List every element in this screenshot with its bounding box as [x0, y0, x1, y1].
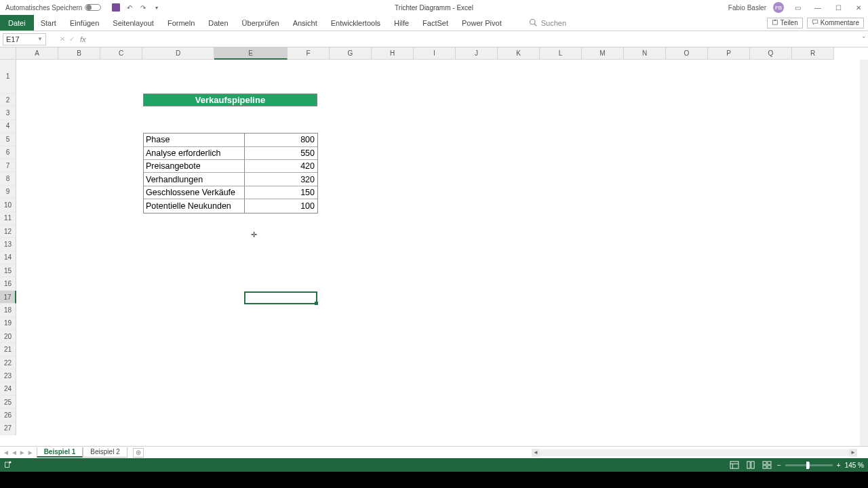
active-cell[interactable] — [244, 291, 317, 304]
horizontal-scrollbar[interactable]: ◄ ► — [532, 449, 857, 457]
table-title[interactable]: Verkaufspipeline — [143, 94, 317, 106]
column-header[interactable]: G — [330, 47, 372, 60]
tab-einfügen[interactable]: Einfügen — [63, 19, 106, 27]
column-header[interactable]: O — [666, 47, 708, 60]
table-cell-value[interactable]: 320 — [245, 173, 317, 186]
zoom-in-icon[interactable]: + — [837, 462, 841, 469]
sheet-nav-arrow[interactable]: ◄ — [11, 449, 18, 456]
tab-seitenlayout[interactable]: Seitenlayout — [106, 19, 161, 27]
sheet-nav-arrow[interactable]: ► — [27, 449, 34, 456]
user-name[interactable]: Fabio Basler — [728, 4, 766, 12]
row-header[interactable]: 14 — [0, 251, 16, 264]
column-header[interactable]: E — [214, 47, 288, 60]
namebox-dropdown-icon[interactable]: ▼ — [37, 36, 43, 42]
select-all-button[interactable] — [0, 47, 16, 60]
row-header[interactable]: 15 — [0, 264, 16, 277]
share-button[interactable]: Teilen — [767, 18, 803, 28]
zoom-slider[interactable] — [785, 464, 833, 466]
table-cell-label[interactable]: Analyse erforderlich — [144, 147, 245, 160]
zoom-level[interactable]: 145 % — [845, 462, 864, 469]
sheet-nav-arrow[interactable]: ► — [19, 449, 26, 456]
normal-view-icon[interactable] — [728, 460, 741, 470]
redo-icon[interactable]: ↷ — [139, 3, 147, 12]
table-cell-value[interactable]: 800 — [245, 134, 317, 146]
row-header[interactable]: 25 — [0, 396, 16, 409]
add-sheet-button[interactable]: ⊕ — [133, 448, 144, 458]
tab-power pivot[interactable]: Power Pivot — [455, 19, 509, 27]
formula-collapse-icon[interactable]: ⌄ — [861, 33, 867, 39]
table-cell-value[interactable]: 550 — [245, 147, 317, 160]
row-header[interactable]: 8 — [0, 172, 16, 185]
column-header[interactable]: C — [100, 47, 142, 60]
row-header[interactable]: 4 — [0, 120, 16, 133]
row-header[interactable]: 7 — [0, 159, 16, 172]
column-header[interactable]: R — [792, 47, 834, 60]
close-icon[interactable]: ✕ — [852, 2, 865, 13]
row-header[interactable]: 18 — [0, 304, 16, 317]
comments-button[interactable]: Kommentare — [807, 18, 864, 28]
table-cell-value[interactable]: 150 — [245, 186, 317, 199]
user-avatar[interactable]: FB — [773, 2, 784, 13]
tab-factset[interactable]: FactSet — [416, 19, 455, 27]
row-header[interactable]: 12 — [0, 225, 16, 238]
search-box[interactable]: Suchen — [529, 18, 566, 28]
minimize-icon[interactable]: — — [811, 2, 825, 13]
record-macro-icon[interactable] — [4, 460, 12, 470]
row-header[interactable]: 22 — [0, 357, 16, 369]
column-header[interactable]: Q — [750, 47, 792, 60]
sheet-tab[interactable]: Beispiel 1 — [37, 447, 83, 458]
tab-ansicht[interactable]: Ansicht — [286, 19, 324, 27]
tab-überprüfen[interactable]: Überprüfen — [235, 19, 286, 27]
scroll-left-icon[interactable]: ◄ — [532, 449, 540, 457]
column-header[interactable]: J — [456, 47, 498, 60]
tab-daten[interactable]: Daten — [201, 19, 235, 27]
formula-input[interactable] — [90, 33, 868, 45]
column-header[interactable]: M — [582, 47, 624, 60]
column-header[interactable]: K — [498, 47, 540, 60]
zoom-out-icon[interactable]: − — [777, 462, 781, 469]
data-table[interactable]: Phase800Analyse erforderlich550Preisange… — [143, 133, 318, 213]
row-header[interactable]: 13 — [0, 238, 16, 251]
row-header[interactable]: 21 — [0, 343, 16, 356]
table-row[interactable]: Verhandlungen320 — [144, 173, 317, 186]
row-header[interactable]: 9 — [0, 186, 16, 199]
table-row[interactable]: Preisangebote420 — [144, 160, 317, 173]
table-cell-label[interactable]: Potentielle Neukunden — [144, 199, 245, 212]
table-row[interactable]: Phase800 — [144, 134, 317, 146]
row-header[interactable]: 3 — [0, 106, 16, 119]
table-row[interactable]: Analyse erforderlich550 — [144, 147, 317, 160]
autosave-toggle[interactable]: Automatisches Speichern — [5, 4, 101, 12]
row-header[interactable]: 17 — [0, 291, 16, 304]
scroll-right-icon[interactable]: ► — [849, 449, 857, 457]
save-icon[interactable] — [112, 3, 120, 12]
tab-file[interactable]: Datei — [0, 15, 34, 30]
row-header[interactable]: 10 — [0, 199, 16, 211]
table-cell-label[interactable]: Phase — [144, 134, 245, 146]
maximize-icon[interactable]: ☐ — [831, 2, 845, 13]
row-header[interactable]: 16 — [0, 277, 16, 290]
page-break-view-icon[interactable] — [761, 460, 773, 470]
table-row[interactable]: Potentielle Neukunden100 — [144, 199, 317, 212]
table-cell-value[interactable]: 100 — [245, 199, 317, 212]
row-header[interactable]: 20 — [0, 330, 16, 343]
undo-icon[interactable]: ↶ — [125, 3, 134, 12]
sheet-nav-arrow[interactable]: ◄ — [3, 449, 9, 456]
name-box[interactable]: E17 ▼ — [3, 33, 46, 45]
row-header[interactable]: 2 — [0, 94, 16, 106]
row-header[interactable]: 26 — [0, 409, 16, 422]
table-cell-label[interactable]: Verhandlungen — [144, 173, 245, 186]
table-cell-label[interactable]: Geschlossene Verkäufe — [144, 186, 245, 199]
table-row[interactable]: Geschlossene Verkäufe150 — [144, 186, 317, 199]
ribbon-display-icon[interactable]: ▭ — [791, 2, 804, 13]
spreadsheet-grid[interactable]: ABCDEFGHIJKLMNOPQR 123456789101112131415… — [0, 47, 868, 446]
row-header[interactable]: 11 — [0, 212, 16, 225]
column-header[interactable]: B — [58, 47, 100, 60]
sheet-tab[interactable]: Beispiel 2 — [83, 447, 127, 458]
column-header[interactable]: A — [16, 47, 58, 60]
column-header[interactable]: F — [288, 47, 330, 60]
column-header[interactable]: D — [142, 47, 214, 60]
page-layout-view-icon[interactable] — [745, 460, 757, 470]
row-header[interactable]: 5 — [0, 133, 16, 146]
row-header[interactable]: 27 — [0, 422, 16, 435]
table-cell-label[interactable]: Preisangebote — [144, 160, 245, 173]
